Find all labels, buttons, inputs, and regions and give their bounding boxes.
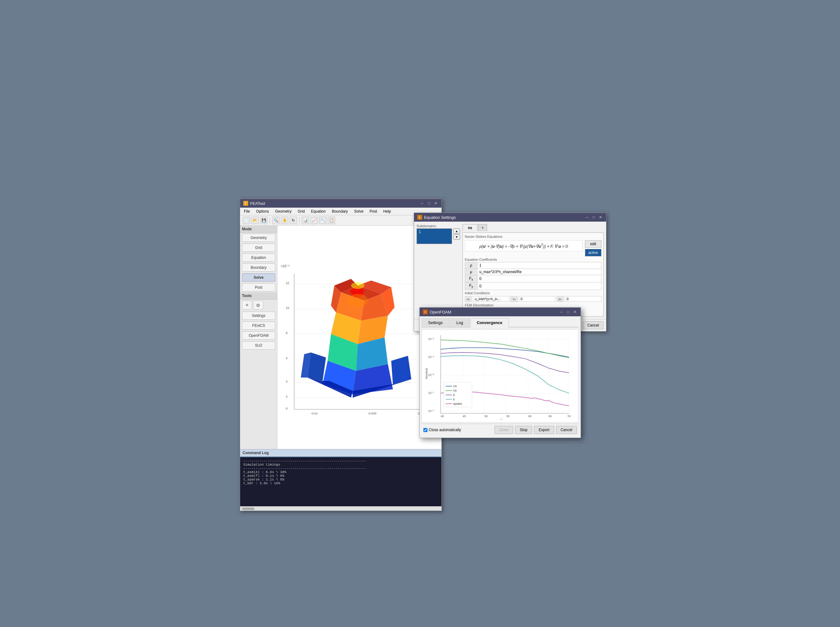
menu-boundary[interactable]: Boundary: [330, 209, 349, 214]
coeff-fx-label: Fx: [465, 275, 477, 282]
foam-tab-settings[interactable]: Settings: [422, 318, 449, 327]
export-button[interactable]: Export: [534, 426, 554, 434]
coeff-fx-value[interactable]: 0: [477, 275, 602, 282]
main-title: FEATool: [250, 201, 265, 206]
svg-text:Ux: Ux: [453, 384, 457, 388]
eq-tab-ns[interactable]: ns: [463, 224, 477, 231]
tool-circle[interactable]: ⊙: [253, 301, 263, 309]
fem-title: FEM Discretization: [465, 303, 602, 307]
menu-geometry[interactable]: Geometry: [274, 209, 293, 214]
cmd-line-3: ----------------------------------------…: [243, 466, 438, 470]
coeff-fy-value[interactable]: 0: [477, 282, 602, 290]
foam-titlebar: O OpenFOAM ─ □ ✕: [420, 307, 581, 316]
tb-chart4[interactable]: 📋: [328, 217, 335, 224]
u0-value[interactable]: u_inlet*(y>h_in...: [473, 296, 510, 302]
svg-text:6: 6: [286, 356, 287, 360]
foam-tab-log[interactable]: Log: [450, 318, 470, 327]
menu-file[interactable]: File: [243, 209, 251, 214]
openfoam-sidebar-button[interactable]: OpenFOAM: [242, 331, 275, 340]
coeff-mu-label: μ: [465, 269, 477, 275]
eq-formula: ρ(u' + (u·∇)u) = -∇p + ∇·(μ(∇u+∇uT)) + F…: [465, 240, 583, 251]
su2-button[interactable]: SU2: [242, 342, 275, 350]
eq-tab-add[interactable]: +: [478, 224, 487, 231]
p0-value[interactable]: 0: [565, 296, 602, 302]
convergence-chart: 10⁻² 10⁻³ 10⁻⁴ 10⁻⁵ 10⁻⁶ 40 45 50 55 60 …: [422, 329, 579, 422]
eq-maximize[interactable]: □: [591, 215, 596, 220]
svg-text:-0.01: -0.01: [311, 411, 318, 415]
sidebar-item-post[interactable]: Post: [242, 284, 275, 291]
eq-close[interactable]: ✕: [598, 215, 603, 220]
menu-solve[interactable]: Solve: [353, 209, 365, 214]
v0-value[interactable]: 0: [519, 296, 556, 302]
sidebar-item-geometry[interactable]: Geometry: [242, 234, 275, 242]
svg-text:k: k: [453, 398, 455, 401]
tb-open[interactable]: 📂: [251, 217, 259, 224]
subdomain-list[interactable]: 1: [417, 228, 452, 244]
menu-help[interactable]: Help: [382, 209, 392, 214]
menu-equation[interactable]: Equation: [310, 209, 327, 214]
sidebar-item-equation[interactable]: Equation: [242, 254, 275, 262]
cmd-line-7: t_bdr : 3.0s \ 16%: [243, 481, 438, 485]
svg-text:70: 70: [568, 415, 571, 418]
subdomain-scroll-down[interactable]: ▼: [453, 234, 460, 239]
tb-zoom[interactable]: 🔍: [272, 217, 279, 224]
main-titlebar: F FEATool ─ □ ✕: [240, 199, 441, 208]
tb-new[interactable]: 📄: [243, 217, 250, 224]
tb-save[interactable]: 💾: [260, 217, 267, 224]
svg-text:8: 8: [286, 331, 287, 335]
tb-pan[interactable]: ✋: [281, 217, 288, 224]
svg-text:10⁻⁶: 10⁻⁶: [428, 410, 434, 413]
stop-button[interactable]: Stop: [515, 426, 532, 434]
foam-cancel-button[interactable]: Cancel: [556, 426, 577, 434]
foam-close[interactable]: ✕: [573, 309, 578, 314]
ns-title: Navier-Stokes Equations: [465, 235, 602, 238]
horizontal-scrollbar[interactable]: [240, 506, 441, 510]
settings-button[interactable]: Settings: [242, 312, 275, 320]
subdomains-label: Subdomains:: [417, 224, 460, 228]
tb-rotate[interactable]: ↻: [289, 217, 297, 224]
subdomain-item-1[interactable]: 1: [419, 230, 450, 234]
fenics-button[interactable]: FEniCS: [242, 321, 275, 330]
eq-cancel-button[interactable]: Cancel: [583, 321, 603, 329]
u0-label: u₀: [465, 296, 472, 302]
menu-grid[interactable]: Grid: [296, 209, 306, 214]
sidebar-item-grid[interactable]: Grid: [242, 244, 275, 252]
solve-button[interactable]: Solve: [494, 426, 513, 434]
menu-post[interactable]: Post: [368, 209, 378, 214]
svg-text:10⁻³: 10⁻³: [428, 355, 434, 359]
svg-text:10: 10: [286, 306, 289, 309]
foam-bottom-bar: Close automatically Solve Stop Export Ca…: [422, 424, 579, 436]
tool-equals[interactable]: =: [242, 301, 252, 309]
active-button[interactable]: active: [585, 249, 602, 257]
sidebar-item-boundary[interactable]: Boundary: [242, 263, 275, 272]
maximize-button[interactable]: □: [426, 201, 431, 206]
sidebar-item-solve[interactable]: Solve: [242, 274, 275, 282]
subdomain-scroll-up[interactable]: ▲: [453, 228, 460, 234]
svg-text:Uy: Uy: [453, 389, 457, 392]
edit-button[interactable]: edit: [585, 240, 602, 248]
foam-tabs: Settings Log Convergence: [422, 318, 579, 328]
svg-text:epsilon: epsilon: [453, 402, 462, 405]
eq-title: Equation Settings: [424, 215, 456, 220]
coeff-table: ρ 1 μ u_max*2/3*h_channel/Re Fx 0: [465, 262, 602, 290]
svg-text:10⁻⁴: 10⁻⁴: [428, 373, 434, 377]
foam-minimize[interactable]: ─: [559, 309, 564, 314]
close-auto-checkbox[interactable]: [423, 428, 428, 432]
coeff-rho-value[interactable]: 1: [477, 262, 602, 269]
foam-maximize[interactable]: □: [566, 309, 571, 314]
close-button[interactable]: ✕: [433, 201, 438, 206]
menu-options[interactable]: Options: [255, 209, 270, 214]
minimize-button[interactable]: ─: [420, 201, 425, 206]
tb-chart2[interactable]: 📈: [310, 217, 318, 224]
svg-text:p: p: [453, 393, 455, 396]
eq-minimize[interactable]: ─: [584, 215, 589, 220]
svg-marker-35: [391, 356, 411, 384]
cmd-log: ----------------------------------------…: [240, 457, 441, 506]
coeff-mu-value[interactable]: u_max*2/3*h_channel/Re: [477, 269, 602, 275]
foam-tab-convergence[interactable]: Convergence: [471, 318, 509, 328]
tb-chart1[interactable]: 📊: [302, 217, 309, 224]
tb-chart3[interactable]: 📉: [319, 217, 327, 224]
p0-label: p₀: [557, 296, 564, 302]
eq-titlebar: E Equation Settings ─ □ ✕: [414, 213, 606, 222]
menubar: File Options Geometry Grid Equation Boun…: [240, 208, 441, 216]
